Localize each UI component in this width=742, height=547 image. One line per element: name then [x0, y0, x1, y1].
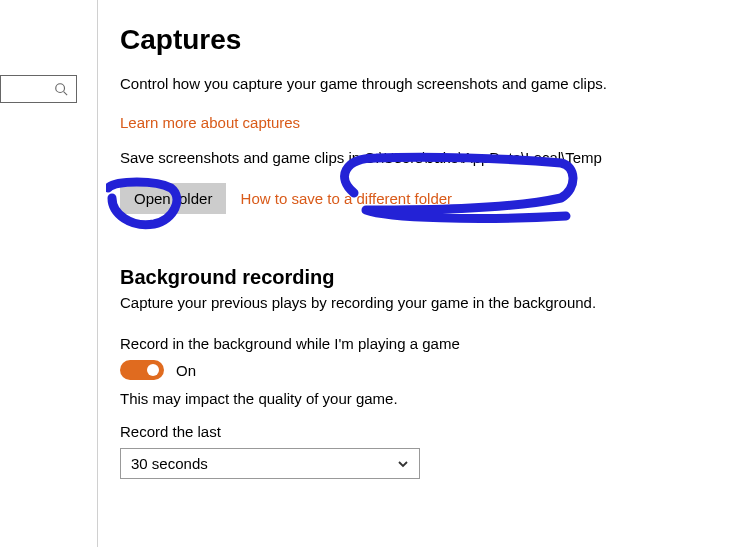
svg-point-0 [56, 84, 65, 93]
bg-toggle-state: On [176, 362, 196, 379]
content-area: Captures Control how you capture your ga… [98, 0, 742, 547]
save-path-line: Save screenshots and game clips in C:\Us… [120, 147, 710, 169]
open-folder-button[interactable]: Open folder [120, 183, 226, 214]
learn-more-link[interactable]: Learn more about captures [120, 114, 300, 131]
record-last-label: Record the last [120, 423, 710, 440]
left-sidebar [0, 0, 98, 547]
bg-recording-title: Background recording [120, 266, 710, 289]
save-path-label: Save screenshots and game clips in [120, 149, 360, 166]
record-last-value: 30 seconds [131, 455, 208, 472]
bg-toggle-row: On [120, 360, 710, 380]
bg-impact-hint: This may impact the quality of your game… [120, 390, 710, 407]
how-to-save-link[interactable]: How to save to a different folder [241, 190, 453, 207]
record-last-dropdown[interactable]: 30 seconds [120, 448, 420, 479]
search-icon [54, 82, 68, 96]
bg-toggle[interactable] [120, 360, 164, 380]
bg-recording-desc: Capture your previous plays by recording… [120, 293, 710, 313]
bg-toggle-label: Record in the background while I'm playi… [120, 335, 710, 352]
svg-line-1 [64, 92, 68, 96]
page-title: Captures [120, 24, 710, 56]
chevron-down-icon [397, 458, 409, 470]
folder-actions: Open folder How to save to a different f… [120, 183, 710, 214]
page-intro: Control how you capture your game throug… [120, 74, 710, 94]
save-path-value: C:\Users\Jake\AppData\Local\Temp [364, 149, 602, 166]
search-input[interactable] [0, 75, 77, 103]
toggle-knob [147, 364, 159, 376]
